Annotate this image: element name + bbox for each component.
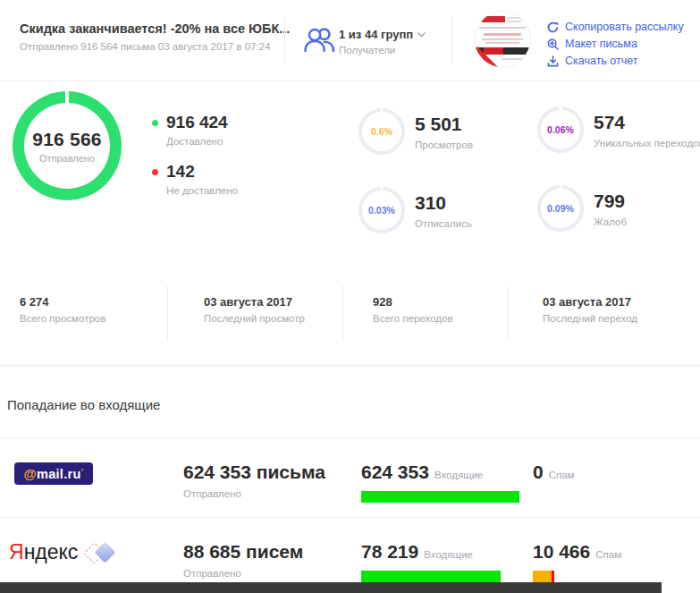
download-report-link[interactable]: Скачать отчет bbox=[547, 53, 684, 69]
unsubscribed-count: 310 bbox=[415, 192, 472, 214]
totals-divider bbox=[167, 286, 168, 342]
last-click-label: Последний переход bbox=[543, 313, 637, 324]
yandex-spam-label: Спам bbox=[595, 549, 621, 560]
unsubscribed-percent-ring: 0.03% bbox=[358, 187, 405, 233]
delivered-legend-item: 916 424 Доставлено bbox=[152, 113, 238, 147]
email-layout-link[interactable]: Макет письма bbox=[547, 36, 684, 52]
yandex-spam-value: 10 466 bbox=[533, 541, 590, 562]
unique-clicks-percent-ring: 0.06% bbox=[537, 106, 584, 153]
mailru-logo-text: mail.ru bbox=[37, 467, 81, 481]
last-view-value: 03 августа 2017 bbox=[204, 295, 305, 309]
complaints-percent-ring: 0.09% bbox=[537, 185, 584, 232]
unsubscribed-label: Отписались bbox=[415, 218, 472, 229]
total-views-label: Всего просмотров bbox=[20, 313, 105, 324]
copy-refresh-icon bbox=[547, 21, 559, 33]
unique-clicks-label: Уникальных переходов bbox=[594, 138, 700, 148]
unsubscribed-percent: 0.03% bbox=[368, 205, 395, 216]
views-percent: 0.6% bbox=[371, 126, 392, 137]
mailru-spam-label: Спам bbox=[549, 470, 575, 480]
download-icon bbox=[547, 55, 559, 67]
mailru-at-symbol: @ bbox=[24, 467, 37, 481]
zoom-in-icon bbox=[547, 38, 559, 50]
yandex-inbox-bar bbox=[361, 571, 501, 582]
sent-count: 916 566 bbox=[32, 129, 101, 150]
yandex-spam: 10 466Спам bbox=[533, 541, 621, 582]
copy-campaign-link[interactable]: Скопировать рассылку bbox=[547, 19, 684, 35]
sent-donut-chart: 916 566 Отправлено bbox=[13, 91, 122, 200]
views-label: Просмотров bbox=[415, 140, 473, 150]
totals-strip: 6 274 Всего просмотров 03 августа 2017 П… bbox=[0, 286, 700, 342]
cutoff-next-section-bar bbox=[0, 582, 662, 593]
email-layout-label: Макет письма bbox=[565, 38, 637, 50]
delivered-label: Доставлено bbox=[166, 136, 238, 147]
yandex-inbox: 78 219Входящие bbox=[361, 541, 501, 582]
yandex-sent: 88 685 писем Отправлено bbox=[183, 541, 303, 579]
mailru-logo: @mail.ru’ bbox=[14, 462, 93, 485]
mailru-inbox-label: Входящие bbox=[434, 470, 484, 480]
recipients-value: 1 из 44 групп bbox=[339, 28, 413, 41]
yandex-sent-value: 88 685 писем bbox=[183, 541, 303, 563]
last-view-label: Последний просмотр bbox=[204, 313, 305, 324]
total-views-value: 6 274 bbox=[20, 295, 105, 309]
header-actions: Скопировать рассылку Макет письма Скачат… bbox=[547, 19, 684, 70]
not-delivered-label: Не доставлено bbox=[166, 185, 238, 196]
chevron-down-icon bbox=[417, 32, 426, 38]
not-delivered-count: 142 bbox=[166, 162, 195, 182]
yandex-mail-icon bbox=[85, 541, 115, 564]
inbox-section-title: Попадание во входящие bbox=[7, 397, 160, 412]
last-click-cell: 03 августа 2017 Последний переход bbox=[543, 295, 637, 324]
provider-row-mailru: @mail.ru’ 624 353 письма Отправлено 624 … bbox=[0, 437, 700, 518]
yandex-inbox-label: Входящие bbox=[424, 549, 473, 560]
mailru-inbox-bar bbox=[361, 491, 519, 503]
copy-campaign-label: Скопировать рассылку bbox=[565, 21, 684, 33]
yandex-logo-text: ндекс bbox=[24, 540, 79, 564]
yandex-sent-label: Отправлено bbox=[183, 568, 303, 579]
mailru-sent-label: Отправлено bbox=[183, 488, 325, 499]
total-views-cell: 6 274 Всего просмотров bbox=[20, 295, 105, 324]
unique-clicks-percent: 0.06% bbox=[547, 124, 574, 135]
yandex-spam-bar-edge bbox=[552, 571, 554, 582]
views-count: 5 501 bbox=[415, 114, 473, 135]
totals-divider bbox=[508, 286, 509, 342]
mailru-inbox: 624 353Входящие bbox=[361, 462, 519, 503]
header-divider bbox=[451, 16, 452, 64]
stat-unique-clicks: 0.06% 574 Уникальных переходов bbox=[537, 106, 700, 153]
section-divider bbox=[0, 365, 700, 366]
yandex-spam-bar bbox=[533, 571, 552, 582]
total-clicks-cell: 928 Всего переходов bbox=[373, 295, 453, 324]
yandex-logo: Яндекс bbox=[9, 540, 115, 564]
complaints-label: Жалоб bbox=[594, 216, 627, 227]
download-report-label: Скачать отчет bbox=[565, 55, 638, 67]
email-preview-thumbnail[interactable] bbox=[474, 11, 531, 68]
campaign-subtitle: Отправлено 916 564 письма 03 августа 201… bbox=[20, 41, 270, 52]
stat-complaints: 0.09% 799 Жалоб bbox=[537, 185, 627, 232]
recipients-dropdown[interactable]: 1 из 44 групп bbox=[339, 28, 426, 41]
stat-views: 0.6% 5 501 Просмотров bbox=[358, 108, 473, 155]
total-clicks-label: Всего переходов bbox=[373, 313, 453, 324]
delivered-bullet bbox=[152, 120, 158, 126]
recipients-label: Получатели bbox=[339, 45, 395, 55]
sent-label: Отправлено bbox=[39, 153, 95, 164]
delivered-count: 916 424 bbox=[166, 113, 228, 132]
last-click-value: 03 августа 2017 bbox=[543, 295, 637, 309]
header-divider bbox=[284, 16, 285, 64]
campaign-title: Скидка заканчивается! -20% на все ЮБК... bbox=[20, 21, 290, 36]
mailru-spam: 0Спам bbox=[533, 462, 575, 503]
unique-clicks-count: 574 bbox=[594, 112, 700, 133]
stat-unsubscribed: 0.03% 310 Отписались bbox=[358, 187, 472, 233]
mailru-sent-value: 624 353 письма bbox=[183, 462, 325, 483]
yandex-inbox-value: 78 219 bbox=[361, 541, 418, 562]
last-view-cell: 03 августа 2017 Последний просмотр bbox=[204, 295, 305, 324]
mailru-sent: 624 353 письма Отправлено bbox=[183, 462, 325, 499]
campaign-report-page: Скидка заканчивается! -20% на все ЮБК...… bbox=[0, 0, 700, 593]
totals-divider bbox=[342, 286, 343, 342]
mailru-spam-value: 0 bbox=[533, 462, 544, 482]
not-delivered-bullet bbox=[152, 169, 158, 175]
report-header: Скидка заканчивается! -20% на все ЮБК...… bbox=[0, 0, 700, 81]
not-delivered-legend-item: 142 Не доставлено bbox=[152, 162, 238, 196]
yandex-logo-first-letter: Я bbox=[9, 540, 24, 564]
mailru-inbox-value: 624 353 bbox=[361, 462, 429, 482]
delivery-legend: 916 424 Доставлено 142 Не доставлено bbox=[152, 113, 238, 211]
complaints-count: 799 bbox=[594, 191, 627, 212]
total-clicks-value: 928 bbox=[373, 295, 453, 309]
